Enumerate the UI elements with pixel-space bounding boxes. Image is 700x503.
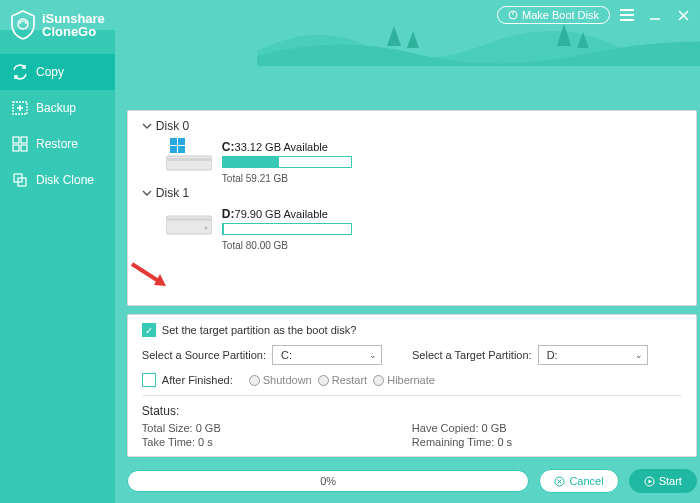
- after-finished-checkbox[interactable]: [142, 373, 156, 387]
- sidebar-label-restore: Restore: [36, 137, 78, 151]
- make-boot-disk-button[interactable]: Make Boot Disk: [497, 6, 610, 24]
- disk1-header[interactable]: Disk 1: [142, 186, 682, 200]
- radio-dot-icon: [318, 375, 329, 386]
- status-title: Status:: [142, 404, 682, 418]
- status-take-time: Take Time: 0 s: [142, 436, 412, 448]
- cancel-label: Cancel: [569, 475, 603, 487]
- drive-c-total: Total 59.21 GB: [222, 173, 682, 184]
- radio-hibernate[interactable]: Hibernate: [373, 374, 435, 386]
- minimize-button[interactable]: [644, 4, 666, 26]
- drive-d-title: D:79.90 GB Available: [222, 207, 352, 221]
- progress-bar: 0%: [127, 470, 530, 492]
- svg-rect-10: [21, 137, 27, 143]
- boot-disk-label: Set the target partition as the boot dis…: [162, 324, 356, 336]
- svg-rect-11: [13, 145, 19, 151]
- sidebar: iSunshareCloneGo Copy Backup Restore Dis…: [0, 30, 115, 503]
- start-icon: [644, 476, 655, 487]
- svg-rect-22: [178, 138, 185, 145]
- sidebar-item-restore[interactable]: Restore: [0, 126, 115, 162]
- target-value: D:: [547, 349, 558, 361]
- drive-d-total: Total 80.00 GB: [222, 240, 682, 251]
- svg-rect-26: [166, 218, 212, 221]
- start-label: Start: [659, 475, 682, 487]
- svg-marker-32: [648, 479, 652, 483]
- diskclone-icon: [12, 172, 28, 188]
- radio-dot-icon: [373, 375, 384, 386]
- copy-icon: [12, 64, 28, 80]
- cancel-icon: [554, 476, 565, 487]
- drive-c-row[interactable]: C:33.12 GB Available: [142, 133, 682, 173]
- hamburger-icon: [620, 9, 634, 21]
- app-name-2: CloneGo: [42, 25, 105, 38]
- app-logo: iSunshareCloneGo: [0, 4, 115, 54]
- sidebar-item-backup[interactable]: Backup: [0, 90, 115, 126]
- status-remaining-time: Remaining Time: 0 s: [412, 436, 682, 448]
- start-button[interactable]: Start: [629, 469, 697, 493]
- windows-drive-icon: [166, 137, 212, 171]
- sidebar-label-diskclone: Disk Clone: [36, 173, 94, 187]
- disk1-title: Disk 1: [156, 186, 189, 200]
- chevron-down-icon: ⌄: [369, 350, 377, 360]
- target-partition-select[interactable]: D: ⌄: [538, 345, 648, 365]
- svg-rect-9: [13, 137, 19, 143]
- sidebar-item-diskclone[interactable]: Disk Clone: [0, 162, 115, 198]
- restore-icon: [12, 136, 28, 152]
- disk0-header[interactable]: Disk 0: [142, 119, 682, 133]
- drive-d-usage-bar: [222, 223, 352, 235]
- close-icon: [678, 10, 689, 21]
- chevron-down-icon: [142, 188, 152, 198]
- drive-icon: [166, 204, 212, 238]
- sidebar-label-backup: Backup: [36, 101, 76, 115]
- boot-disk-checkbox[interactable]: ✓: [142, 323, 156, 337]
- source-partition-label: Select a Source Partition:: [142, 349, 266, 361]
- source-partition-select[interactable]: C: ⌄: [272, 345, 382, 365]
- radio-dot-icon: [249, 375, 260, 386]
- close-button[interactable]: [672, 4, 694, 26]
- svg-rect-20: [166, 158, 212, 161]
- cancel-button[interactable]: Cancel: [539, 469, 618, 493]
- svg-rect-24: [178, 146, 185, 153]
- disk-list-panel: Disk 0 C:33.12 GB Available Total 59.21 …: [127, 110, 697, 306]
- drive-d-row[interactable]: D:79.90 GB Available: [142, 200, 682, 240]
- chevron-down-icon: [142, 121, 152, 131]
- radio-restart[interactable]: Restart: [318, 374, 367, 386]
- svg-marker-18: [577, 32, 589, 48]
- status-have-copied: Have Copied: 0 GB: [412, 422, 682, 434]
- radio-shutdown[interactable]: Shutdown: [249, 374, 312, 386]
- settings-panel: ✓ Set the target partition as the boot d…: [127, 314, 697, 457]
- sidebar-item-copy[interactable]: Copy: [0, 54, 115, 90]
- target-partition-label: Select a Target Partition:: [412, 349, 532, 361]
- svg-point-27: [204, 227, 207, 230]
- source-value: C:: [281, 349, 292, 361]
- svg-rect-12: [21, 145, 27, 151]
- menu-button[interactable]: [616, 4, 638, 26]
- drive-c-title: C:33.12 GB Available: [222, 140, 352, 154]
- minimize-icon: [649, 9, 661, 21]
- progress-text: 0%: [320, 475, 336, 487]
- backup-icon: [12, 100, 28, 116]
- svg-rect-23: [170, 146, 177, 153]
- logo-icon: [10, 10, 36, 40]
- sidebar-label-copy: Copy: [36, 65, 64, 79]
- disk0-title: Disk 0: [156, 119, 189, 133]
- after-finished-label: After Finished:: [162, 374, 233, 386]
- svg-rect-21: [170, 138, 177, 145]
- make-boot-disk-label: Make Boot Disk: [522, 9, 599, 21]
- chevron-down-icon: ⌄: [635, 350, 643, 360]
- status-total-size: Total Size: 0 GB: [142, 422, 412, 434]
- status-section: Status: Total Size: 0 GB Have Copied: 0 …: [142, 404, 682, 448]
- svg-marker-16: [407, 31, 419, 48]
- drive-c-usage-bar: [222, 156, 352, 168]
